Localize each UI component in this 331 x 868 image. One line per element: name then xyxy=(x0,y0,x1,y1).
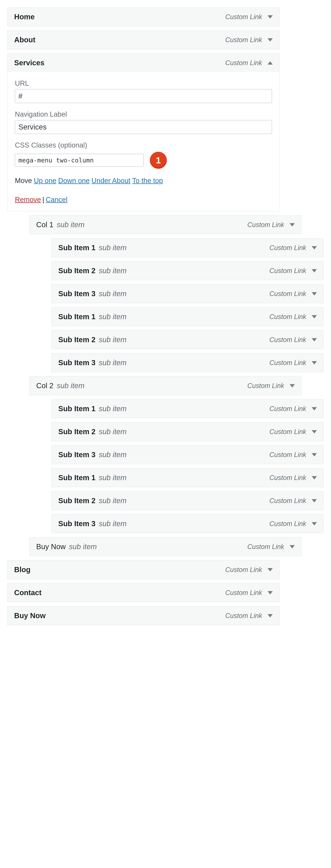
move-controls: MoveUp oneDown oneUnder AboutTo the top xyxy=(15,177,272,185)
menu-item-left: Blog xyxy=(14,565,31,574)
chevron-down-icon[interactable] xyxy=(312,522,317,525)
chevron-down-icon[interactable] xyxy=(312,315,317,318)
move-down-link[interactable]: Down one xyxy=(58,177,90,185)
nav-label-field-label: Navigation Label xyxy=(15,111,272,118)
menu-item-left: Sub Item 3sub item xyxy=(58,520,127,528)
menu-item-left: Sub Item 2sub item xyxy=(58,497,127,505)
menu-item-title: Blog xyxy=(14,565,31,574)
menu-item[interactable]: Sub Item 1sub itemCustom Link xyxy=(52,238,324,257)
chevron-down-icon[interactable] xyxy=(268,38,273,41)
move-top-link[interactable]: To the top xyxy=(132,177,163,185)
menu-item-sub-label: sub item xyxy=(99,405,127,413)
menu-item[interactable]: Sub Item 3sub itemCustom Link xyxy=(52,514,324,533)
menu-item-title: Sub Item 1 xyxy=(58,244,95,252)
menu-item-sub-label: sub item xyxy=(99,336,127,344)
menu-item-type: Custom Link xyxy=(269,267,306,275)
chevron-down-icon[interactable] xyxy=(312,453,317,457)
menu-item-left: Sub Item 1sub item xyxy=(58,405,127,413)
chevron-down-icon[interactable] xyxy=(312,361,317,365)
menu-item[interactable]: Sub Item 2sub itemCustom Link xyxy=(52,491,324,510)
chevron-down-icon[interactable] xyxy=(312,499,317,502)
menu-item-right: Custom Link xyxy=(269,428,317,436)
move-under-link[interactable]: Under About xyxy=(92,177,130,185)
nav-label-input[interactable] xyxy=(15,120,272,134)
menu-item-title: Buy Now xyxy=(14,612,45,620)
menu-item-type: Custom Link xyxy=(225,566,262,574)
menu-item-left: Sub Item 1sub item xyxy=(58,473,127,482)
menu-item[interactable]: Col 2sub itemCustom Link xyxy=(29,376,302,395)
menu-item-right: Custom Link xyxy=(269,313,317,321)
chevron-down-icon[interactable] xyxy=(312,338,317,341)
menu-item[interactable]: Sub Item 2sub itemCustom Link xyxy=(52,330,324,349)
menu-item-type: Custom Link xyxy=(225,36,262,44)
menu-item[interactable]: Col 1sub itemCustom Link xyxy=(29,215,302,234)
menu-item-left: Sub Item 2sub item xyxy=(58,267,127,275)
menu-item-title: Sub Item 2 xyxy=(58,428,95,436)
menu-item-right: Custom Link xyxy=(247,382,295,390)
menu-item[interactable]: ServicesCustom Link xyxy=(7,53,279,72)
chevron-down-icon[interactable] xyxy=(312,292,317,296)
menu-item-type: Custom Link xyxy=(225,13,262,21)
menu-item-title: Home xyxy=(14,13,35,21)
menu-item[interactable]: ContactCustom Link xyxy=(7,583,279,602)
remove-link[interactable]: Remove xyxy=(15,196,41,204)
menu-item-sub-label: sub item xyxy=(99,244,127,252)
chevron-down-icon[interactable] xyxy=(290,545,295,549)
menu-item-left: About xyxy=(14,36,35,44)
menu-item-right: Custom Link xyxy=(225,13,273,21)
annotation-marker: 1 xyxy=(149,151,168,169)
menu-item-sub-label: sub item xyxy=(57,221,85,229)
menu-item-title: Col 2 xyxy=(36,381,53,390)
menu-item-left: Col 2sub item xyxy=(36,381,85,390)
chevron-down-icon[interactable] xyxy=(268,568,273,571)
menu-item[interactable]: Sub Item 3sub itemCustom Link xyxy=(52,445,324,464)
menu-item-right: Custom Link xyxy=(269,359,317,367)
menu-item[interactable]: HomeCustom Link xyxy=(7,7,279,26)
menu-item-sub-label: sub item xyxy=(99,497,127,505)
menu-item-right: Custom Link xyxy=(269,497,317,505)
menu-item[interactable]: Buy NowCustom Link xyxy=(7,606,279,625)
menu-item[interactable]: BlogCustom Link xyxy=(7,560,279,579)
menu-item-right: Custom Link xyxy=(269,520,317,528)
menu-item-sub-label: sub item xyxy=(69,542,97,551)
menu-item[interactable]: Sub Item 2sub itemCustom Link xyxy=(52,261,324,280)
chevron-down-icon[interactable] xyxy=(268,614,273,617)
css-classes-input[interactable] xyxy=(15,154,144,167)
menu-item[interactable]: Sub Item 3sub itemCustom Link xyxy=(52,284,324,303)
menu-item[interactable]: Sub Item 3sub itemCustom Link xyxy=(52,353,324,372)
chevron-up-icon[interactable] xyxy=(268,61,273,65)
menu-item[interactable]: Sub Item 1sub itemCustom Link xyxy=(52,468,324,487)
chevron-down-icon[interactable] xyxy=(312,269,317,273)
chevron-down-icon[interactable] xyxy=(290,223,295,226)
menu-item-type: Custom Link xyxy=(269,359,306,367)
menu-item-sub-label: sub item xyxy=(99,267,127,275)
menu-item-right: Custom Link xyxy=(225,36,273,44)
chevron-down-icon[interactable] xyxy=(312,476,317,479)
move-up-link[interactable]: Up one xyxy=(34,177,57,185)
menu-item-type: Custom Link xyxy=(269,313,306,321)
cancel-link[interactable]: Cancel xyxy=(45,196,67,204)
chevron-down-icon[interactable] xyxy=(268,591,273,594)
menu-item[interactable]: Buy Nowsub itemCustom Link xyxy=(29,537,302,556)
menu-item[interactable]: Sub Item 2sub itemCustom Link xyxy=(52,422,324,441)
menu-item-sub-label: sub item xyxy=(99,313,127,321)
menu-item[interactable]: Sub Item 1sub itemCustom Link xyxy=(52,399,324,418)
menu-item-right: Custom Link xyxy=(225,612,273,620)
move-label: Move xyxy=(15,177,32,185)
menu-item-sub-label: sub item xyxy=(99,520,127,528)
menu-item-sub-label: sub item xyxy=(99,359,127,367)
chevron-down-icon[interactable] xyxy=(290,384,295,388)
chevron-down-icon[interactable] xyxy=(268,15,273,19)
menu-item[interactable]: Sub Item 1sub itemCustom Link xyxy=(52,307,324,326)
chevron-down-icon[interactable] xyxy=(312,246,317,249)
chevron-down-icon[interactable] xyxy=(312,407,317,410)
menu-item-type: Custom Link xyxy=(225,59,262,67)
url-input[interactable] xyxy=(15,89,272,103)
menu-item-left: Sub Item 1sub item xyxy=(58,313,127,321)
menu-item-type: Custom Link xyxy=(225,589,262,597)
menu-item[interactable]: AboutCustom Link xyxy=(7,30,279,49)
chevron-down-icon[interactable] xyxy=(312,430,317,433)
menu-item-type: Custom Link xyxy=(247,382,284,390)
menu-item-left: Col 1sub item xyxy=(36,221,85,229)
menu-item-right: Custom Link xyxy=(269,451,317,459)
